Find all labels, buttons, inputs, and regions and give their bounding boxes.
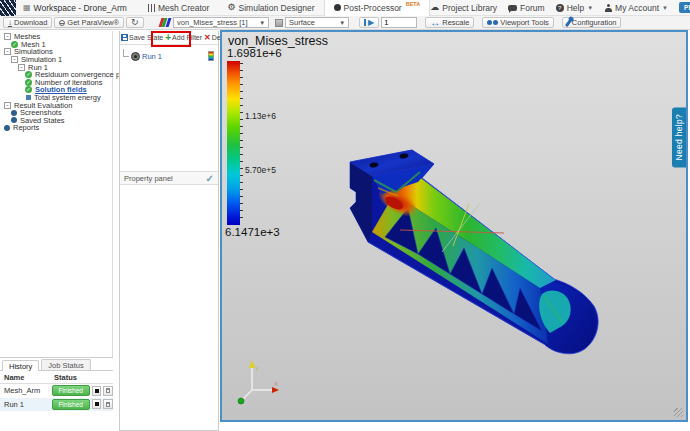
chevron-down-icon: ▼ <box>662 5 668 11</box>
cloud-icon: ☁ <box>430 3 439 12</box>
history-table-header: Name Status <box>0 371 113 384</box>
table-row[interactable]: Mesh_Arm Finished <box>0 384 113 398</box>
delete-button[interactable] <box>103 399 113 409</box>
globe-icon <box>59 20 65 26</box>
binoculars-icon <box>487 20 498 25</box>
simscale-logo-icon[interactable] <box>0 0 16 16</box>
stop-icon <box>95 402 99 406</box>
column-name: Name <box>0 373 54 382</box>
check-circle-icon: ✓ <box>25 86 32 93</box>
chevron-down-icon: ▼ <box>339 20 345 26</box>
tab-simulation-designer[interactable]: ⚙ Simulation Designer <box>218 0 323 16</box>
refresh-icon: ↻ <box>131 18 139 27</box>
filter-panel: Save State + Add Filter ✕ Delete Filter … <box>119 31 219 431</box>
get-paraview-button[interactable]: Get ParaView® <box>54 17 124 28</box>
save-state-button[interactable]: Save State <box>121 34 163 41</box>
sidebar-item-meshes[interactable]: - Meshes <box>0 33 112 41</box>
legend-min-value: 6.1471e+3 <box>225 226 280 238</box>
row-name: Run 1 <box>0 400 52 409</box>
tab-label: Mesh Creator <box>158 3 210 13</box>
representation-select[interactable]: Surface ▼ <box>285 17 349 28</box>
history-panel: History Job Status Name Status Mesh_Arm … <box>0 357 113 431</box>
wrench-icon <box>565 18 572 26</box>
add-filter-button[interactable]: + Add Filter <box>165 34 202 41</box>
legend-colorbar <box>227 61 240 225</box>
tab-mesh-creator[interactable]: Mesh Creator <box>139 0 219 16</box>
stop-button[interactable] <box>92 386 102 396</box>
post-processor-icon <box>334 4 341 11</box>
post-processor-toolbar: ↓ Download Get ParaView® ↻ von_Mises_str… <box>0 16 690 30</box>
svg-text:X: X <box>274 381 278 387</box>
colorbar-icon[interactable] <box>208 51 214 61</box>
check-icon[interactable]: ✓ <box>206 173 214 184</box>
3d-viewport[interactable]: Y X von_Mises_stress 1.6981e+6 1.13e+6 5… <box>220 30 688 422</box>
tab-history[interactable]: History <box>2 360 39 371</box>
property-panel-header[interactable]: Property panel ✓ <box>120 171 218 185</box>
stop-button[interactable] <box>92 399 102 409</box>
dot-icon <box>11 110 17 116</box>
legend-tick-value: 1.13e+6 <box>245 111 276 121</box>
field-select[interactable]: von_Mises_stress [1] ▼ <box>173 17 269 28</box>
row-name: Mesh_Arm <box>0 386 52 395</box>
tab-post-processor[interactable]: Post-Processor BETA <box>324 0 431 16</box>
tab-job-status[interactable]: Job Status <box>41 359 90 370</box>
table-row[interactable]: Run 1 Finished <box>0 398 113 412</box>
tree-connector <box>123 49 129 57</box>
floppy-icon <box>121 34 128 41</box>
project-tree-sidebar: - Meshes ✓ Mesh 1 - Simulations - Simula… <box>0 31 113 357</box>
plus-icon: + <box>165 34 171 41</box>
app-window: ▦ Workspace - Drone_Arm Mesh Creator ⚙ S… <box>0 0 690 431</box>
resize-handle[interactable] <box>674 408 683 417</box>
chevron-down-icon: ▼ <box>259 20 265 26</box>
collapse-icon[interactable]: - <box>4 102 11 109</box>
speech-bubble-icon <box>508 5 517 11</box>
workspace-menu[interactable]: ▦ Workspace - Drone_Arm <box>23 3 127 13</box>
viewport-field-title: von_Mises_stress <box>228 34 328 48</box>
trash-icon <box>106 388 110 393</box>
rescale-arrows-icon: ↔ <box>430 19 440 27</box>
paraview-icon <box>160 18 170 27</box>
collapse-icon[interactable]: - <box>4 48 11 55</box>
refresh-button[interactable]: ↻ <box>126 17 144 28</box>
stop-icon <box>95 389 99 393</box>
status-badge: Finished <box>52 399 90 410</box>
filter-tree-run-1[interactable]: Run 1 <box>120 51 218 61</box>
collapse-icon[interactable]: - <box>11 56 18 63</box>
tab-label: Post-Processor <box>344 3 402 13</box>
forum-link[interactable]: Forum <box>508 3 545 13</box>
need-help-tab[interactable]: Need help? <box>672 107 686 167</box>
premium-badge: PREMIUM <box>679 2 690 13</box>
drone-arm-model: Y X <box>222 32 686 420</box>
sidebar-item-simulation-1[interactable]: - Simulation 1 <box>0 56 112 64</box>
viewport-tools-button[interactable]: Viewport Tools <box>482 17 554 28</box>
column-status: Status <box>54 373 94 382</box>
dot-icon <box>11 117 17 123</box>
gear-icon: ⚙ <box>227 3 235 12</box>
person-icon <box>604 4 612 12</box>
main-tabs: Mesh Creator ⚙ Simulation Designer Post-… <box>139 0 430 16</box>
collapse-icon[interactable]: - <box>4 33 11 40</box>
workspace-grid-icon: ▦ <box>23 4 31 12</box>
configuration-button[interactable]: Configuration <box>562 17 622 28</box>
step-bar-icon <box>364 19 366 26</box>
check-circle-icon: ✓ <box>25 71 32 78</box>
source-icon[interactable] <box>131 52 140 61</box>
legend-ticks <box>240 63 243 223</box>
workspace-label: Workspace - Drone_Arm <box>34 3 127 13</box>
sidebar-item-reports[interactable]: Reports <box>0 124 112 132</box>
help-icon: ? <box>556 4 564 12</box>
project-library-link[interactable]: ☁ Project Library <box>430 3 497 13</box>
download-button[interactable]: ↓ Download <box>3 17 52 28</box>
delete-button[interactable] <box>103 386 113 396</box>
filter-toolbar: Save State + Add Filter ✕ Delete Filter <box>120 31 218 45</box>
top-header: ▦ Workspace - Drone_Arm Mesh Creator ⚙ S… <box>0 0 690 16</box>
legend-tick-value: 5.70e+5 <box>245 165 276 175</box>
help-menu[interactable]: ? Help ▼ <box>556 3 593 13</box>
collapse-icon[interactable]: - <box>18 64 25 71</box>
axis-triad-icon: Y X <box>238 360 279 404</box>
frame-input[interactable] <box>381 17 417 28</box>
step-button[interactable]: ▶ <box>359 17 379 28</box>
my-account-menu[interactable]: My Account ▼ <box>604 3 668 13</box>
svg-text:Y: Y <box>255 366 259 372</box>
rescale-button[interactable]: ↔ Rescale <box>425 17 474 28</box>
